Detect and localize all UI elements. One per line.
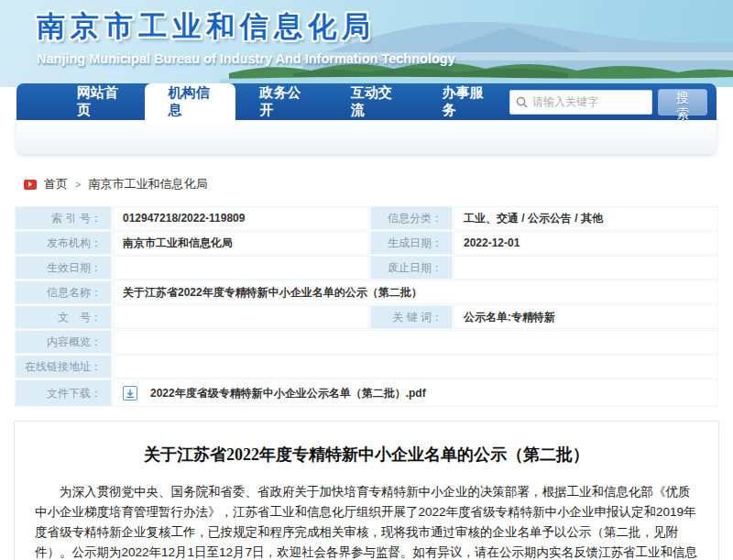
- value-info-category: 工业、交通 / 公示公告 / 其他: [454, 206, 718, 230]
- nav-tab-home[interactable]: 网站首页: [53, 83, 145, 120]
- value-effective-date: [113, 256, 369, 280]
- table-row: 内容概览：: [15, 330, 718, 354]
- pdf-download-link[interactable]: 2022年度省级专精特新中小企业公示名单（第二批）.pdf: [150, 386, 426, 401]
- value-index-number: 012947218/2022-119809: [113, 206, 369, 230]
- table-row: 在线链接地址：: [15, 355, 718, 379]
- value-publisher: 南京市工业和信息化局: [113, 231, 369, 255]
- label-online-link: 在线链接地址：: [15, 355, 112, 379]
- breadcrumb-current: 南京市工业和信息化局: [88, 176, 207, 192]
- search-button[interactable]: 搜索: [658, 89, 707, 115]
- search-area: 搜索: [509, 83, 707, 120]
- label-expiry-date: 废止日期：: [370, 256, 453, 280]
- breadcrumb: 首页 > 南京市工业和信息化局: [0, 154, 733, 203]
- table-row: 发布机构： 南京市工业和信息化局 生成日期： 2022-12-01: [15, 231, 718, 255]
- value-info-name: 关于江苏省2022年度专精特新中小企业名单的公示（第二批）: [113, 280, 718, 304]
- breadcrumb-separator: >: [75, 179, 81, 190]
- nav-tab-interaction[interactable]: 互动交流: [327, 83, 419, 120]
- article-title: 关于江苏省2022年度专精特新中小企业名单的公示（第二批）: [35, 444, 698, 466]
- label-info-category: 信息分类：: [370, 206, 453, 230]
- search-icon: [516, 96, 528, 108]
- nav-tab-gov-affairs[interactable]: 政务公开: [235, 83, 327, 120]
- table-row: 文 号： 关 键 词： 公示名单:专精特新: [15, 305, 718, 329]
- label-content-overview: 内容概览：: [15, 330, 112, 354]
- nav-subbar: [16, 120, 717, 154]
- search-box: [509, 90, 652, 115]
- home-play-icon: [24, 180, 37, 190]
- value-expiry-date: [454, 256, 718, 280]
- nav-container: 网站首页 机构信息 政务公开 互动交流 办事服务 搜索: [16, 83, 717, 154]
- label-publisher: 发布机构：: [15, 231, 112, 255]
- article-container: 关于江苏省2022年度专精特新中小企业名单的公示（第二批） 为深入贯彻党中央、国…: [14, 421, 719, 560]
- table-row: 索 引 号： 012947218/2022-119809 信息分类： 工业、交通…: [15, 206, 718, 230]
- value-online-link: [113, 355, 718, 379]
- site-title: 南京市工业和信息化局: [37, 7, 733, 46]
- label-keywords: 关 键 词：: [370, 305, 453, 329]
- breadcrumb-home-link[interactable]: 首页: [44, 176, 68, 192]
- label-create-date: 生成日期：: [370, 231, 453, 255]
- table-row: 生效日期： 废止日期：: [15, 256, 718, 280]
- label-index-number: 索 引 号：: [15, 206, 112, 230]
- document-meta-table: 索 引 号： 012947218/2022-119809 信息分类： 工业、交通…: [14, 205, 719, 408]
- label-file-download: 文件下载：: [15, 379, 112, 407]
- main-nav: 网站首页 机构信息 政务公开 互动交流 办事服务 搜索: [16, 83, 717, 120]
- value-content-overview: [113, 330, 718, 354]
- search-input[interactable]: [532, 95, 646, 108]
- label-info-name: 信息名称：: [15, 280, 112, 304]
- value-file-download: 2022年度省级专精特新中小企业公示名单（第二批）.pdf: [113, 379, 718, 407]
- site-subtitle-english: Nanjing Municipal Bureau of Industry And…: [37, 51, 733, 66]
- value-doc-number: [113, 305, 369, 329]
- value-create-date: 2022-12-01: [454, 231, 718, 255]
- label-doc-number: 文 号：: [15, 305, 112, 329]
- label-effective-date: 生效日期：: [15, 256, 112, 280]
- download-icon[interactable]: [123, 386, 137, 401]
- nav-tab-org-info[interactable]: 机构信息: [145, 83, 236, 120]
- table-row: 文件下载： 2022年度省级专精特新中小企业公示名单（第二批）.pdf: [15, 379, 718, 407]
- header-banner: 南京市工业和信息化局 Nanjing Municipal Bureau of I…: [0, 0, 733, 87]
- value-keywords: 公示名单:专精特新: [454, 305, 718, 329]
- nav-tab-services[interactable]: 办事服务: [418, 83, 509, 120]
- article-paragraph: 为深入贯彻党中央、国务院和省委、省政府关于加快培育专精特新中小企业的决策部署，根…: [35, 482, 698, 560]
- table-row: 信息名称： 关于江苏省2022年度专精特新中小企业名单的公示（第二批）: [15, 280, 718, 304]
